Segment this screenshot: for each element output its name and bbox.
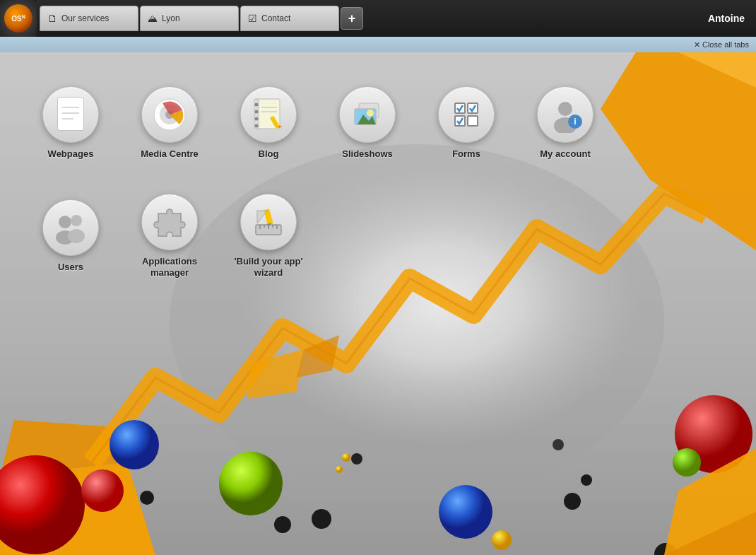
apps-grid: Webpages Media Centre <box>21 66 615 293</box>
svg-point-10 <box>81 469 124 512</box>
app-forms[interactable]: Forms <box>417 66 516 180</box>
close-icon: ✕ <box>694 40 700 49</box>
app-icon-circle-media <box>141 86 198 143</box>
tab-lyon[interactable]: ⛰ Lyon <box>140 6 239 31</box>
app-users[interactable]: Users <box>21 180 120 293</box>
svg-marker-8 <box>297 335 339 378</box>
app-my-account[interactable]: i My account <box>516 66 615 180</box>
app-icon-circle-buildapp <box>240 194 297 250</box>
main-content: Webpages Media Centre <box>0 52 756 555</box>
svg-point-24 <box>439 485 492 539</box>
svg-point-23 <box>492 530 512 550</box>
svg-marker-5 <box>601 52 756 250</box>
svg-point-16 <box>351 453 362 465</box>
svg-point-62 <box>71 215 82 226</box>
svg-point-56 <box>558 102 572 116</box>
svg-marker-27 <box>664 512 756 555</box>
tab-contact[interactable]: ☑ Contact <box>240 6 339 31</box>
svg-point-40 <box>255 110 259 114</box>
tab-icon-our-services: 🗋 <box>47 13 57 24</box>
subbar: ✕ Close all tabs <box>0 37 756 52</box>
app-label-users: Users <box>58 262 83 273</box>
svg-point-51 <box>367 110 374 117</box>
svg-marker-4 <box>601 52 756 250</box>
svg-point-9 <box>0 455 85 554</box>
app-applications-manager[interactable]: Applications manager <box>120 180 219 293</box>
svg-point-17 <box>564 493 581 510</box>
app-build-app-wizard[interactable]: 'Build your app' wizard <box>219 180 318 293</box>
user-name: Antoine <box>697 13 756 24</box>
tab-icon-contact: ☑ <box>248 13 257 24</box>
svg-point-63 <box>68 229 85 243</box>
app-label-build-app-wizard: 'Build your app' wizard <box>226 256 311 278</box>
close-all-tabs-button[interactable]: ✕ Close all tabs <box>694 40 749 49</box>
app-icon-circle-appmanager <box>141 194 198 250</box>
app-label-forms: Forms <box>452 148 480 160</box>
close-all-tabs-label: Close all tabs <box>702 40 749 49</box>
tab-icon-lyon: ⛰ <box>148 13 158 24</box>
app-icon-circle-myaccount: i <box>537 86 593 143</box>
logo-text: OSN <box>11 14 25 23</box>
svg-point-22 <box>336 466 343 473</box>
svg-point-13 <box>140 491 154 505</box>
svg-marker-3 <box>0 420 127 477</box>
svg-rect-54 <box>455 116 465 126</box>
app-label-my-account: My account <box>540 148 591 160</box>
svg-point-39 <box>255 103 259 107</box>
app-icon-circle-blog <box>240 86 297 143</box>
app-webpages[interactable]: Webpages <box>21 66 120 180</box>
svg-point-14 <box>274 516 291 533</box>
app-blog[interactable]: Blog <box>219 66 318 180</box>
top-bar: OSN 🗋 Our services ⛰ Lyon ☑ Contact + An… <box>0 0 756 37</box>
svg-point-60 <box>59 216 71 228</box>
app-label-slideshows: Slideshows <box>342 148 393 160</box>
svg-point-28 <box>673 448 701 477</box>
svg-point-41 <box>255 117 259 121</box>
tab-label-lyon: Lyon <box>162 13 180 23</box>
new-tab-button[interactable]: + <box>341 7 363 30</box>
tabs-area: 🗋 Our services ⛰ Lyon ☑ Contact + <box>37 0 697 37</box>
svg-point-42 <box>255 124 259 128</box>
app-icon-circle-webpages <box>42 86 99 143</box>
tab-label-our-services: Our services <box>61 13 109 23</box>
app-label-blog: Blog <box>259 148 279 160</box>
app-media-centre[interactable]: Media Centre <box>120 66 219 180</box>
svg-point-19 <box>654 543 677 555</box>
svg-rect-53 <box>468 103 478 113</box>
app-icon-circle-users <box>42 199 99 256</box>
svg-marker-26 <box>664 448 756 555</box>
svg-marker-6 <box>678 52 756 88</box>
tab-our-services[interactable]: 🗋 Our services <box>40 6 138 31</box>
app-label-media-centre: Media Centre <box>141 148 199 160</box>
os-logo[interactable]: OSN <box>0 0 37 37</box>
svg-point-12 <box>219 452 283 515</box>
svg-rect-55 <box>468 116 478 126</box>
app-label-applications-manager: Applications manager <box>127 256 212 278</box>
app-label-webpages: Webpages <box>48 148 94 160</box>
svg-text:i: i <box>574 117 576 127</box>
app-icon-circle-slideshows <box>339 86 396 143</box>
svg-point-18 <box>581 474 592 486</box>
svg-point-21 <box>342 453 350 462</box>
svg-point-25 <box>675 395 752 473</box>
svg-point-20 <box>553 439 564 450</box>
svg-rect-52 <box>455 103 465 113</box>
svg-marker-7 <box>247 349 304 399</box>
svg-point-15 <box>312 509 331 529</box>
svg-marker-2 <box>0 462 155 555</box>
svg-point-11 <box>110 420 159 469</box>
tab-label-contact: Contact <box>261 13 290 23</box>
app-icon-circle-forms <box>438 86 495 143</box>
svg-rect-30 <box>58 98 83 130</box>
app-slideshows[interactable]: Slideshows <box>318 66 417 180</box>
